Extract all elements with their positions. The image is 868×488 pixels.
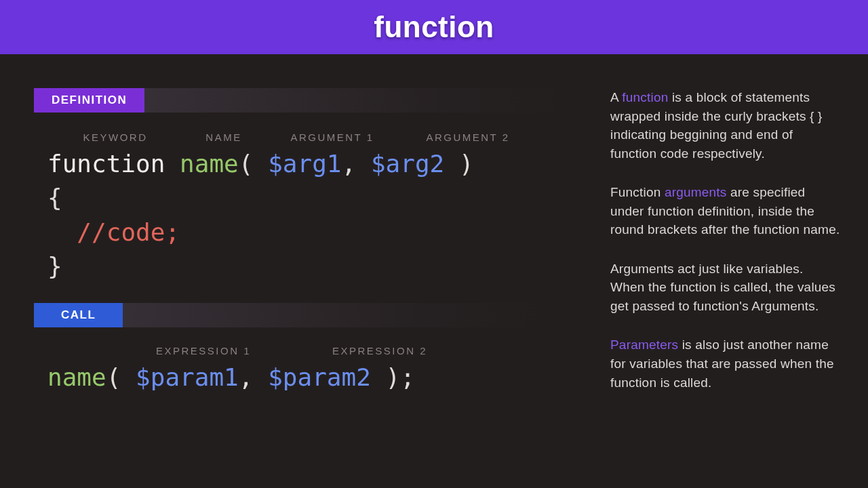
page-title: function bbox=[374, 10, 494, 44]
paragraph-4: Parameters is also just another name for… bbox=[610, 336, 841, 392]
right-column: A function is a block of statements wrap… bbox=[610, 88, 854, 412]
hl-parameters: Parameters bbox=[610, 338, 678, 352]
code-comment: //code; bbox=[77, 218, 180, 246]
annot-keyword: KEYWORD bbox=[47, 131, 183, 143]
code-comma: , bbox=[342, 150, 357, 178]
call-open-paren: ( bbox=[106, 363, 121, 391]
call-code: name( $param1, $param2 ); bbox=[34, 357, 590, 394]
code-close-paren: ) bbox=[459, 150, 474, 178]
call-param1: $param1 bbox=[136, 363, 239, 391]
call-name: name bbox=[47, 363, 106, 391]
code-name: name bbox=[180, 150, 239, 178]
paragraph-2: Function arguments are specified under f… bbox=[610, 183, 841, 239]
definition-annotations: KEYWORD NAME ARGUMENT 1 ARGUMENT 2 bbox=[34, 131, 590, 143]
paragraph-3: Arguments act just like variables. When … bbox=[610, 260, 841, 316]
hl-function: function bbox=[622, 90, 668, 104]
call-close: ); bbox=[386, 363, 415, 391]
call-tag: CALL bbox=[34, 303, 123, 327]
header-bar: function bbox=[0, 0, 868, 54]
annot-name: NAME bbox=[183, 131, 264, 143]
code-arg2: $arg2 bbox=[371, 150, 444, 178]
paragraph-1: A function is a block of statements wrap… bbox=[610, 88, 841, 163]
code-rbrace: } bbox=[47, 252, 62, 280]
hl-arguments: arguments bbox=[665, 185, 727, 199]
definition-tag: DEFINITION bbox=[34, 88, 144, 113]
call-param2: $param2 bbox=[268, 363, 371, 391]
annot-expr2: EXPRESSION 2 bbox=[292, 345, 468, 357]
code-lbrace: { bbox=[47, 184, 62, 211]
annot-arg2: ARGUMENT 2 bbox=[400, 131, 536, 143]
code-arg1: $arg1 bbox=[268, 150, 341, 178]
call-comma: , bbox=[239, 363, 254, 391]
code-keyword-function: function bbox=[47, 150, 165, 178]
call-annotations: EXPRESSION 1 EXPRESSION 2 bbox=[34, 345, 590, 357]
annot-arg1: ARGUMENT 1 bbox=[264, 131, 400, 143]
code-open-paren: ( bbox=[239, 150, 254, 178]
definition-code: function name( $arg1, $arg2 ) { //code; … bbox=[34, 143, 590, 284]
annot-expr1: EXPRESSION 1 bbox=[115, 345, 292, 357]
content-area: DEFINITION KEYWORD NAME ARGUMENT 1 ARGUM… bbox=[0, 54, 868, 412]
left-column: DEFINITION KEYWORD NAME ARGUMENT 1 ARGUM… bbox=[34, 88, 590, 412]
